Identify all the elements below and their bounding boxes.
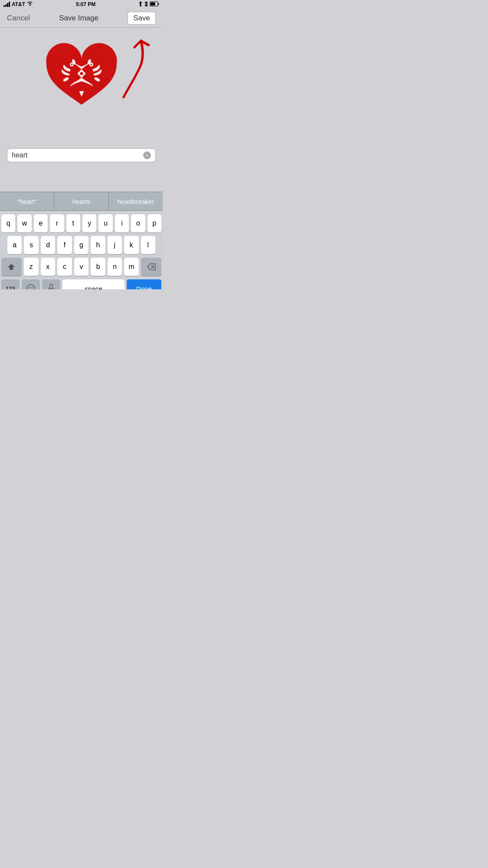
carrier-label: AT&T [12,1,25,7]
key-d[interactable]: d [41,236,55,254]
key-v[interactable]: v [74,258,89,276]
nav-bar: Cancel Save Image Save [0,9,163,28]
svg-point-10 [90,64,92,66]
main-content-area [0,28,163,145]
status-bar: AT&T 5:07 PM [0,0,163,9]
arrow-annotation [102,32,158,102]
key-u[interactable]: u [98,214,112,233]
key-o[interactable]: o [131,214,145,233]
svg-point-0 [29,5,30,6]
search-input[interactable] [12,151,143,159]
key-f[interactable]: f [57,236,72,254]
keyboard: q w e r t y u i o p a s d f g h j k l z … [0,211,163,289]
key-r[interactable]: r [50,214,64,233]
predictive-item-2[interactable]: heartbreaker [109,192,163,210]
key-n[interactable]: n [108,258,122,276]
delete-icon [147,263,156,270]
key-w[interactable]: w [17,214,31,233]
svg-marker-16 [8,264,15,270]
predictive-bar: "heart" hearts heartbreaker [0,192,163,211]
key-k[interactable]: k [124,236,138,254]
key-q[interactable]: q [1,214,15,233]
search-area: × [0,145,163,166]
key-h[interactable]: h [91,236,105,254]
keyboard-row-4: 123 space Done [1,279,161,289]
key-s[interactable]: s [24,236,38,254]
svg-rect-22 [50,284,52,289]
space-button[interactable]: space [62,279,124,289]
key-b[interactable]: b [91,258,105,276]
key-g[interactable]: g [74,236,88,254]
key-l[interactable]: l [141,236,155,254]
location-icon [138,1,143,8]
status-right [138,1,159,8]
emoji-icon [26,284,36,289]
cancel-button[interactable]: Cancel [7,14,30,23]
nav-title: Save Image [59,14,98,23]
wifi-icon [27,1,33,7]
key-a[interactable]: a [7,236,22,254]
key-t[interactable]: t [66,214,80,233]
key-j[interactable]: j [108,236,122,254]
save-button[interactable]: Save [128,12,156,25]
status-left: AT&T [3,1,33,7]
time-label: 5:07 PM [76,1,95,7]
svg-rect-3 [151,2,155,5]
keyboard-row-1: q w e r t y u i o p [1,214,161,233]
battery-icon [150,1,159,8]
svg-rect-2 [158,3,159,5]
predictive-item-0[interactable]: "heart" [0,192,54,210]
key-i[interactable]: i [115,214,129,233]
shift-button[interactable] [1,258,22,276]
mic-button[interactable] [42,279,60,289]
numbers-button[interactable]: 123 [1,279,20,289]
svg-point-8 [71,64,72,66]
keyboard-row-3: z x c v b n m [1,258,161,276]
key-e[interactable]: e [34,214,48,233]
svg-point-19 [27,285,35,289]
shift-icon [7,263,15,271]
key-p[interactable]: p [147,214,161,233]
mic-icon [48,284,55,289]
bluetooth-icon [144,1,148,8]
svg-point-20 [29,287,30,288]
predictive-item-1[interactable]: hearts [54,192,108,210]
spacer [0,166,163,192]
key-y[interactable]: y [82,214,96,233]
done-button[interactable]: Done [127,279,161,289]
svg-point-21 [32,287,33,288]
key-x[interactable]: x [41,258,56,276]
delete-button[interactable] [141,258,161,276]
emoji-button[interactable] [22,279,40,289]
signal-icon [3,2,10,7]
search-input-wrapper: × [7,148,156,162]
clear-button[interactable]: × [143,151,151,159]
key-z[interactable]: z [24,258,39,276]
svg-point-6 [80,72,83,75]
key-m[interactable]: m [124,258,139,276]
key-c[interactable]: c [57,258,72,276]
keyboard-row-2: a s d f g h j k l [1,236,161,254]
